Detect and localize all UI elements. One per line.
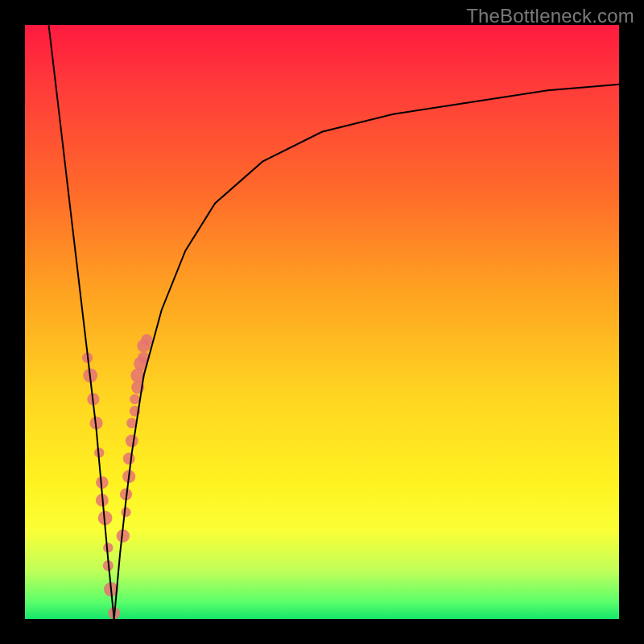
scatter-dot (141, 334, 152, 345)
scatter-dot (126, 435, 138, 448)
outer-frame: TheBottleneck.com (0, 0, 644, 644)
scatter-dot (130, 394, 140, 405)
plot-area (25, 25, 619, 619)
scatter-dot (121, 507, 130, 517)
scatter-dot (123, 452, 135, 464)
right-branch-path (114, 85, 619, 619)
watermark-text: TheBottleneck.com (466, 5, 634, 27)
chart-svg (25, 25, 619, 619)
left-branch-path (49, 25, 114, 619)
